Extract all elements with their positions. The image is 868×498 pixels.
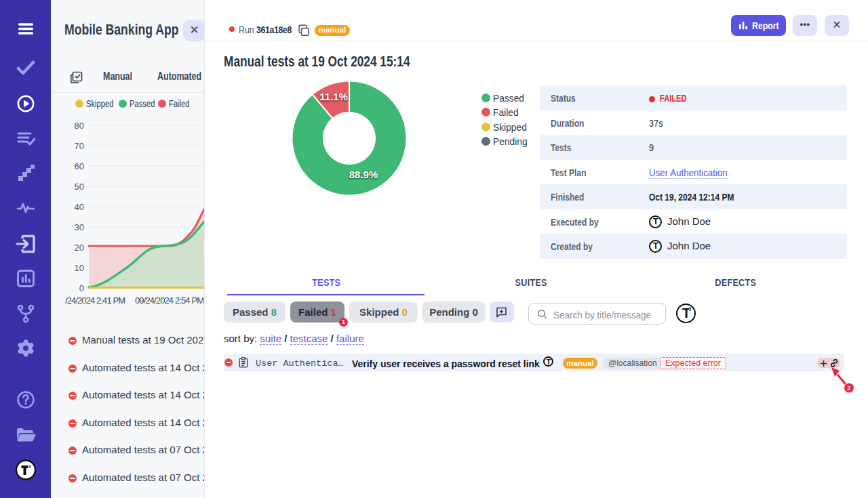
svg-text:80: 80	[75, 121, 84, 131]
svg-text:09/24/2024 2:54 PM: 09/24/2024 2:54 PM	[135, 295, 204, 306]
svg-text:10: 10	[75, 263, 84, 273]
svg-text:30: 30	[75, 222, 84, 232]
svg-text:88.9%: 88.9%	[349, 169, 378, 180]
svg-text:/24/2024 2:41 PM: /24/2024 2:41 PM	[65, 295, 125, 306]
svg-text:2: 2	[847, 384, 850, 392]
svg-text:20: 20	[75, 243, 84, 253]
svg-text:50: 50	[75, 182, 84, 192]
svg-text:40: 40	[75, 202, 84, 212]
svg-text:70: 70	[75, 141, 84, 151]
svg-text:60: 60	[75, 161, 84, 171]
svg-text:0: 0	[79, 283, 84, 293]
svg-text:11.1%: 11.1%	[319, 91, 348, 102]
